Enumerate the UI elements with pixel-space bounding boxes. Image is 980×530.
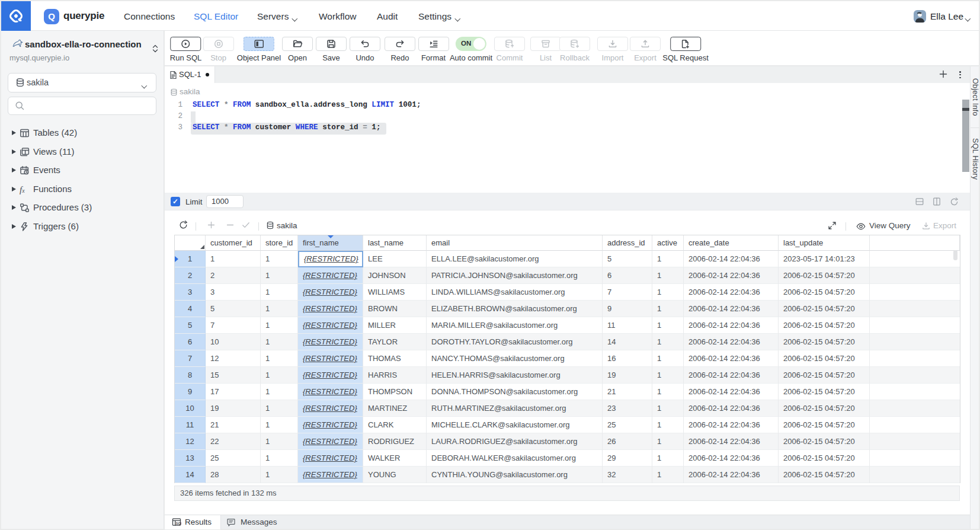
svg-text:SQL: SQL [176,522,181,525]
